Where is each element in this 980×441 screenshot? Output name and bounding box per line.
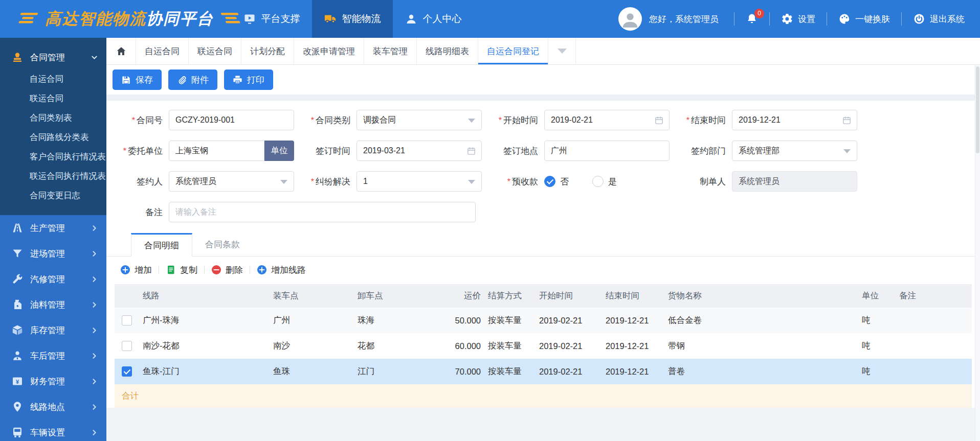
sidebar-item[interactable]: 生产管理 bbox=[0, 215, 106, 241]
radio-unchecked-icon bbox=[592, 176, 604, 187]
tab-联运合同[interactable]: 联运合同 bbox=[189, 38, 241, 64]
table-cell: 普卷 bbox=[664, 366, 858, 377]
dispute-select[interactable]: 1 bbox=[357, 171, 482, 192]
sign-place-input[interactable] bbox=[551, 146, 663, 155]
print-button[interactable]: 打印 bbox=[224, 69, 273, 90]
table-cell: 2019-02-21 bbox=[535, 316, 602, 326]
contract-type-select[interactable]: 调拨合同 bbox=[357, 110, 482, 130]
sidebar-subitem[interactable]: 合同路线分类表 bbox=[0, 127, 106, 147]
sidebar-subitem[interactable]: 合同变更日志 bbox=[0, 185, 106, 205]
nav-item-personal-center[interactable]: 个人中心 bbox=[393, 0, 474, 38]
settings-label: 设置 bbox=[798, 13, 815, 25]
column-header-单位: 单位 bbox=[858, 290, 895, 301]
sidebar-item[interactable]: 车辆设置 bbox=[0, 420, 106, 441]
sidebar-item[interactable]: 油料管理 bbox=[0, 292, 106, 317]
field-prepay: 预收款 否 是 bbox=[482, 176, 670, 188]
action-增加线路[interactable]: 增加线路 bbox=[250, 264, 313, 276]
table-cell: 鱼珠-江门 bbox=[139, 366, 269, 377]
remark-input[interactable] bbox=[175, 207, 469, 217]
sidebar-subitem[interactable]: 客户合同执行情况表 bbox=[0, 147, 106, 166]
detail-tab-合同条款[interactable]: 合同条款 bbox=[192, 233, 253, 256]
sidebar-item-label: 汽修管理 bbox=[30, 273, 84, 285]
chevron-right-icon bbox=[91, 327, 98, 334]
table-row[interactable]: 鱼珠-江门鱼珠江门70.000按装车量2019-02-212019-12-21普… bbox=[115, 359, 972, 384]
action-增加[interactable]: 增加 bbox=[114, 264, 159, 276]
content: 自运合同联运合同计划分配改派申请管理装车管理线路明细表自运合同登记 保存 bbox=[106, 38, 980, 441]
avatar[interactable] bbox=[618, 7, 642, 31]
sidebar-item[interactable]: 车后管理 bbox=[0, 343, 106, 368]
tab-自运合同[interactable]: 自运合同 bbox=[136, 38, 189, 64]
save-button[interactable]: 保存 bbox=[113, 69, 162, 90]
tab-计划分配[interactable]: 计划分配 bbox=[241, 38, 294, 64]
save-icon bbox=[121, 75, 131, 85]
checkbox-unchecked-icon[interactable] bbox=[122, 315, 132, 326]
remark-input-wrap bbox=[169, 202, 476, 222]
column-header-开始时间: 开始时间 bbox=[535, 290, 602, 301]
tab-自运合同登记[interactable]: 自运合同登记 bbox=[478, 38, 548, 64]
chevron-right-icon bbox=[91, 301, 98, 309]
nav-item-platform-support[interactable]: 平台支撑 bbox=[231, 0, 312, 38]
table-cell: 花都 bbox=[353, 340, 438, 352]
sidebar-item[interactable]: 线路地点 bbox=[0, 394, 106, 420]
sidebar-submenu: 自运合同联运合同合同类别表合同路线分类表客户合同执行情况表联运合同执行情况表合同… bbox=[0, 69, 106, 205]
chevron-right-icon bbox=[91, 378, 98, 385]
user-icon bbox=[405, 13, 417, 25]
road-icon bbox=[11, 222, 24, 234]
sidebar-item[interactable]: 汽修管理 bbox=[0, 266, 106, 292]
table-row[interactable]: 南沙-花都南沙花都60.000按装车量2019-02-212019-12-21带… bbox=[115, 333, 972, 359]
change-skin-button[interactable]: 一键换肤 bbox=[838, 13, 890, 25]
plus-circle-icon bbox=[257, 265, 267, 275]
detail-tab-合同明细[interactable]: 合同明细 bbox=[131, 233, 192, 257]
action-复制[interactable]: 复制 bbox=[159, 264, 204, 276]
chevron-down-icon bbox=[91, 54, 98, 61]
nav-item-smart-logistics[interactable]: 智能物流 bbox=[312, 0, 393, 38]
sidebar-subitem[interactable]: 自运合同 bbox=[0, 69, 106, 88]
prepay-radio-no[interactable]: 否 bbox=[544, 176, 569, 188]
tab-改派申请管理[interactable]: 改派申请管理 bbox=[294, 38, 364, 64]
contract-no-input[interactable] bbox=[175, 115, 287, 125]
contract-form: 合同号 合同类别 调拨合同 bbox=[106, 101, 980, 222]
signer-select[interactable]: 系统管理员 bbox=[169, 171, 294, 192]
logout-button[interactable]: 退出系统 bbox=[913, 13, 965, 25]
client-input[interactable] bbox=[175, 146, 258, 155]
field-label: 预收款 bbox=[482, 176, 544, 188]
prepay-radio-yes[interactable]: 是 bbox=[592, 176, 617, 188]
sign-date-input[interactable] bbox=[363, 146, 475, 155]
field-sign-place: 签订地点 bbox=[482, 141, 670, 161]
contract-form-sheet: 合同号 合同类别 调拨合同 bbox=[106, 101, 980, 408]
content-scrollbar[interactable] bbox=[975, 65, 980, 441]
client-lookup-button[interactable]: 单位 bbox=[264, 141, 294, 161]
settings-button[interactable]: 设置 bbox=[781, 13, 815, 25]
field-label: 备注 bbox=[106, 206, 169, 218]
maker-input-wrap bbox=[732, 171, 857, 192]
tab-装车管理[interactable]: 装车管理 bbox=[364, 38, 417, 64]
sidebar-item[interactable]: 进场管理 bbox=[0, 241, 106, 266]
sidebar-item[interactable]: 合同管理 bbox=[0, 45, 106, 69]
field-dispute: 纠纷解决 1 bbox=[294, 171, 482, 192]
sidebar-subitem[interactable]: 合同类别表 bbox=[0, 108, 106, 127]
table-cell: 50.000 bbox=[438, 316, 484, 326]
tab-list-dropdown[interactable] bbox=[548, 38, 576, 64]
sidebar-subitem[interactable]: 联运合同执行情况表 bbox=[0, 166, 106, 185]
start-date-input[interactable] bbox=[551, 115, 663, 125]
attachment-button[interactable]: 附件 bbox=[168, 69, 217, 90]
tab-home[interactable] bbox=[106, 38, 136, 64]
sidebar-subitem[interactable]: 联运合同 bbox=[0, 88, 106, 108]
action-删除[interactable]: 删除 bbox=[205, 264, 250, 276]
sign-place-input-wrap bbox=[544, 141, 670, 161]
sidebar-item[interactable]: ¥财务管理 bbox=[0, 368, 106, 394]
paperclip-icon bbox=[177, 75, 187, 85]
sidebar-item[interactable]: 库存管理 bbox=[0, 317, 106, 343]
checkbox-checked-icon[interactable] bbox=[122, 366, 132, 377]
sidebar-item-label: 车辆设置 bbox=[30, 427, 84, 438]
table-row[interactable]: 广州-珠海广州珠海50.000按装车量2019-02-212019-12-21低… bbox=[115, 308, 972, 333]
notifications-button[interactable]: 0 bbox=[746, 13, 758, 25]
sign-dept-select[interactable]: 系统管理部 bbox=[732, 141, 857, 161]
scrollbar-thumb[interactable] bbox=[976, 66, 979, 153]
sidebar: 合同管理自运合同联运合同合同类别表合同路线分类表客户合同执行情况表联运合同执行情… bbox=[0, 38, 106, 441]
change-skin-label: 一键换肤 bbox=[855, 13, 890, 25]
field-label: 签订地点 bbox=[482, 145, 544, 157]
checkbox-unchecked-icon[interactable] bbox=[122, 341, 132, 351]
end-date-input[interactable] bbox=[739, 115, 851, 125]
tab-线路明细表[interactable]: 线路明细表 bbox=[417, 38, 478, 64]
